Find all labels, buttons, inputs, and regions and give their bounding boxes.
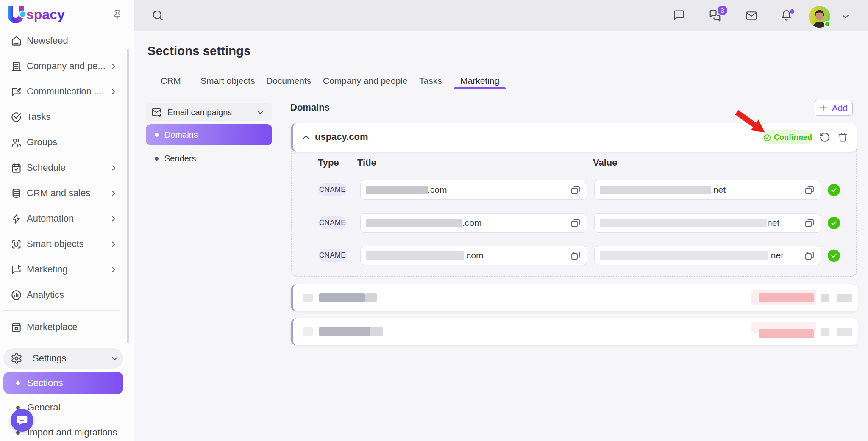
svg-text:spacy: spacy bbox=[26, 7, 65, 22]
